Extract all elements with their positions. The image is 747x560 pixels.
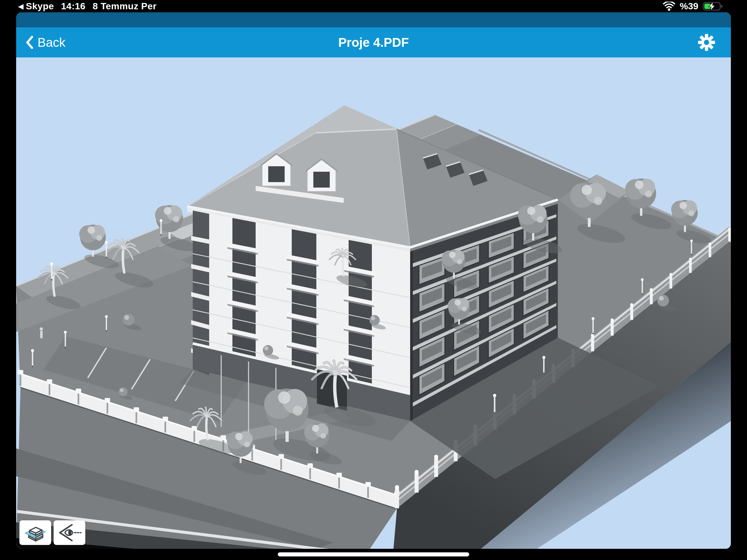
- return-app-label: Skype: [26, 1, 54, 11]
- navigation-bar: Back Proje 4.PDF: [16, 27, 731, 57]
- status-date: 8 Temmuz Per: [93, 1, 157, 11]
- status-time: 14:16: [61, 1, 85, 11]
- building-3d-render: [16, 57, 731, 549]
- wifi-icon: [663, 2, 675, 11]
- section-plane-tool-button[interactable]: [19, 520, 51, 545]
- app-window: Back Proje 4.PDF: [16, 12, 731, 549]
- battery-charging-icon: [703, 1, 724, 11]
- view-mode-tool-button[interactable]: [54, 520, 85, 545]
- settings-gear-icon[interactable]: [697, 33, 716, 51]
- chevron-left-icon: [25, 35, 34, 49]
- eye-icon: [57, 523, 82, 542]
- back-to-app-triangle-icon: ◀: [18, 3, 24, 10]
- back-button[interactable]: Back: [16, 35, 66, 50]
- return-to-app-button[interactable]: ◀ Skype: [18, 1, 54, 11]
- viewer-tool-tray: [19, 520, 85, 545]
- home-indicator[interactable]: [278, 552, 469, 556]
- back-button-label: Back: [37, 35, 66, 50]
- home-bar: [0, 549, 747, 560]
- document-title: Proje 4.PDF: [16, 35, 731, 50]
- nav-top-strip: [16, 12, 731, 27]
- model-viewport[interactable]: [16, 57, 731, 549]
- status-bar: ◀ Skype 14:16 8 Temmuz Per %39: [0, 0, 747, 12]
- section-plane-icon: [24, 523, 47, 543]
- battery-percent: %39: [680, 1, 698, 11]
